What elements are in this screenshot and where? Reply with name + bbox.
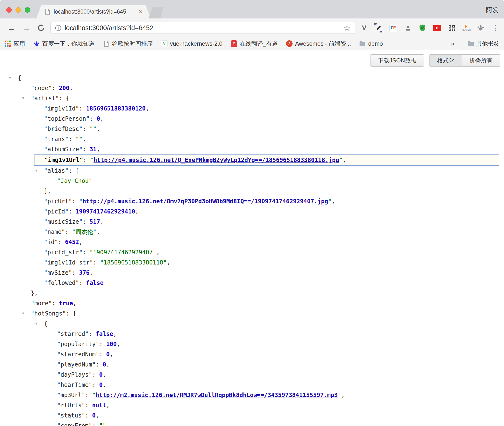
json-token: ,: [73, 300, 76, 307]
json-token: ,: [97, 229, 100, 235]
json-key: "topicPerson": [44, 115, 90, 122]
minimize-window-button[interactable]: [16, 7, 21, 13]
vimium-extension-icon[interactable]: V: [359, 23, 369, 33]
bookmark-youdao[interactable]: Y在线翻译_有道: [231, 40, 278, 48]
translate-pen-extension-icon[interactable]: 英 en: [374, 23, 384, 33]
browser-toolbar: ← → ⓘ localhost:3000/artists?id=6452 ☆ V…: [0, 18, 504, 37]
maximize-window-button[interactable]: [25, 7, 30, 13]
json-token: :: [90, 115, 97, 122]
json-line: },: [0, 288, 504, 298]
json-value: 0: [97, 115, 100, 122]
other-bookmarks-folder[interactable]: 其他书签: [467, 40, 500, 48]
json-line: "name": "周杰伦",: [0, 227, 504, 237]
json-line: "id": 6452,: [0, 237, 504, 247]
json-url-link[interactable]: http://m2.music.126.net/RMJR7wDullRqppBk…: [96, 392, 338, 399]
collapse-arrow-icon[interactable]: ▼: [22, 96, 24, 100]
bookmark-star-icon[interactable]: ☆: [344, 24, 350, 33]
bookmarks-overflow-icon[interactable]: »: [451, 40, 454, 48]
browser-menu-icon[interactable]: ⋮: [490, 23, 500, 33]
back-button[interactable]: ←: [7, 24, 16, 32]
json-key: "briefDesc": [44, 126, 83, 132]
new-tab-button[interactable]: [149, 7, 163, 18]
json-value: 0: [92, 412, 96, 419]
json-url-link[interactable]: http://p4.music.126.net/8mv7qP30Pd3oHW8b…: [83, 198, 328, 205]
bookmarks-right: » 其他书签: [451, 40, 500, 48]
json-brace: {: [18, 75, 21, 81]
json-token: :: [85, 402, 92, 409]
collapse-arrow-icon[interactable]: ▼: [9, 76, 11, 80]
bookmarks-divider: [461, 40, 461, 47]
bookmark-label: 在线翻译_有道: [240, 40, 278, 48]
tab-title: localhost:3000/artists?id=645: [54, 9, 136, 15]
json-token: ,: [97, 146, 100, 153]
json-token: :: [92, 371, 99, 378]
youdao-icon: Y: [231, 40, 237, 47]
json-tree: ▼{"code": 200,▼"artist": {"img1v1Id": 18…: [0, 73, 504, 426]
json-key: "id": [44, 239, 58, 246]
collapse-arrow-icon[interactable]: ▼: [35, 169, 37, 172]
json-key: "trans": [44, 136, 68, 143]
json-key: "hotSongs": [31, 310, 66, 317]
apps-shortcut[interactable]: 应用: [4, 40, 25, 48]
json-token: ,: [106, 361, 109, 368]
collapse-arrow-icon[interactable]: ▼: [35, 322, 37, 325]
json-key: "code": [31, 85, 52, 92]
json-token: ,: [341, 392, 344, 399]
fe-extension-icon[interactable]: FE: [388, 23, 398, 33]
json-token: :: [83, 146, 90, 153]
json-token: :: [83, 218, 90, 225]
json-line: "musicSize": 517,: [0, 217, 504, 227]
download-json-button[interactable]: 下载JSON数据: [370, 54, 424, 67]
profile-name[interactable]: 阿发: [486, 6, 499, 14]
json-value: 0: [99, 371, 102, 378]
shield-extension-icon[interactable]: [418, 23, 427, 33]
bookmark-vue-hackernews[interactable]: Vvue-hackernews-2.0: [161, 40, 222, 47]
other-bookmarks-label: 其他书签: [476, 40, 500, 48]
paw-extension-icon[interactable]: [476, 23, 486, 33]
bookmark-awesomes[interactable]: AAwesomes - 前端资...: [286, 40, 351, 48]
json-key: "dayPlays": [57, 371, 92, 378]
json-value: true: [59, 300, 73, 307]
json-actions: 下载JSON数据 格式化 折叠所有: [0, 54, 504, 67]
json-key: "picId_str": [44, 249, 83, 256]
reload-button[interactable]: [37, 24, 45, 32]
json-token: :: [83, 157, 90, 163]
player-extension-icon[interactable]: PLAYER: [461, 23, 471, 33]
json-token: ": [338, 392, 341, 399]
json-line: "copyFrom": "",: [0, 421, 504, 426]
extensions-row: V 英 en FE PLAYER ⋮: [359, 23, 500, 33]
json-key: "copyFrom": [57, 422, 92, 426]
user-extension-icon[interactable]: [403, 23, 413, 33]
json-token: :: [96, 361, 103, 368]
json-token: :: [92, 422, 99, 426]
close-window-button[interactable]: [6, 7, 12, 13]
page-info-icon[interactable]: ⓘ: [55, 24, 61, 32]
format-button[interactable]: 格式化: [429, 54, 462, 67]
json-line: "trans": "",: [0, 134, 504, 144]
bookmark-demo[interactable]: demo: [359, 40, 383, 47]
browser-tab[interactable]: localhost:3000/artists?id=645 ×: [36, 5, 151, 18]
url-text[interactable]: localhost:3000/artists?id=6452: [65, 24, 153, 32]
qrcode-extension-icon[interactable]: [447, 23, 456, 33]
collapse-all-button[interactable]: 折叠所有: [462, 54, 500, 67]
json-value: 0: [99, 382, 102, 388]
json-url-link[interactable]: http://p4.music.126.net/Q_ExePNkmgB2yWyL…: [93, 157, 339, 163]
bookmark-google-sort[interactable]: 谷歌按时间排序: [103, 40, 153, 48]
json-value: 0: [103, 361, 106, 368]
address-bar[interactable]: ⓘ localhost:3000/artists?id=6452 ☆: [50, 22, 355, 34]
json-key: "img1v1Id": [44, 105, 79, 112]
json-line: ▼"alias": [: [0, 166, 504, 176]
json-key: "playedNum": [57, 361, 96, 368]
youtube-extension-icon[interactable]: [432, 23, 442, 33]
json-string: "": [99, 422, 106, 426]
json-token: ,: [103, 371, 106, 378]
tab-close-icon[interactable]: ×: [139, 8, 143, 15]
json-line-highlighted: "img1v1Url": "http://p4.music.126.net/Q_…: [34, 154, 499, 166]
json-key: "picUrl": [44, 198, 72, 205]
collapse-arrow-icon[interactable]: ▼: [22, 312, 24, 315]
json-key: "artist": [31, 95, 59, 102]
vue-icon: V: [161, 40, 168, 47]
json-key: "starred": [57, 331, 89, 337]
view-mode-toggle: 格式化 折叠所有: [429, 54, 500, 67]
bookmark-baidu[interactable]: 百度一下，你就知道: [33, 40, 95, 48]
